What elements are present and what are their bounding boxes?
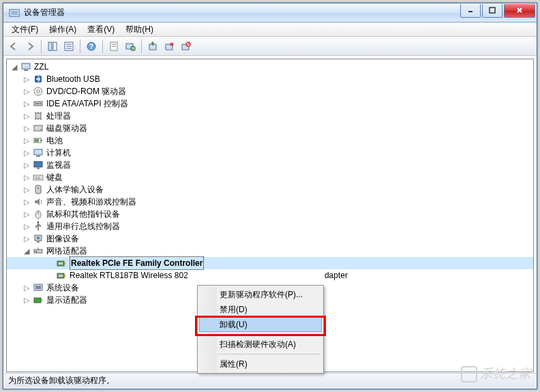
expand-icon[interactable]: ▷ bbox=[23, 150, 29, 156]
update-driver-button[interactable] bbox=[145, 39, 160, 54]
expand-icon[interactable]: ▷ bbox=[23, 162, 29, 168]
tree-category[interactable]: ▷声音、视频和游戏控制器 bbox=[7, 196, 533, 208]
svg-rect-67 bbox=[35, 251, 37, 252]
category-icon bbox=[33, 135, 44, 146]
tree-category[interactable]: ▷键盘 bbox=[7, 171, 533, 183]
expand-icon[interactable]: ▷ bbox=[23, 113, 29, 119]
network-adapter-icon bbox=[56, 258, 67, 269]
tree-category[interactable]: ▷电池 bbox=[7, 134, 533, 147]
menu-view[interactable]: 查看(V) bbox=[82, 22, 120, 37]
node-label: 通用串行总线控制器 bbox=[46, 220, 120, 232]
svg-rect-35 bbox=[40, 103, 41, 104]
expand-icon[interactable]: ▷ bbox=[23, 187, 29, 193]
svg-rect-47 bbox=[35, 139, 39, 142]
expand-icon[interactable]: ▷ bbox=[23, 236, 29, 242]
menu-item-label: 更新驱动程序软件(P)... bbox=[220, 289, 303, 301]
tree-device[interactable]: Realtek PCIe FE Family Controller bbox=[7, 257, 533, 269]
category-icon bbox=[33, 160, 44, 170]
tree-category[interactable]: ▷人体学输入设备 bbox=[7, 183, 533, 196]
maximize-button[interactable] bbox=[482, 4, 502, 18]
help-button[interactable]: ? bbox=[84, 39, 99, 54]
scan-hardware-button[interactable] bbox=[123, 39, 138, 54]
tree-category[interactable]: ▷监视器 bbox=[7, 159, 533, 171]
menu-file[interactable]: 文件(F) bbox=[6, 22, 44, 37]
nav-back-button[interactable] bbox=[6, 39, 21, 54]
toolbar-separator bbox=[80, 40, 80, 53]
node-label: 人体学输入设备 bbox=[46, 183, 104, 196]
window-title: 设备管理器 bbox=[24, 7, 459, 18]
show-hide-tree-button[interactable] bbox=[45, 39, 60, 54]
properties-button[interactable] bbox=[106, 39, 121, 54]
context-menu-item[interactable]: 属性(R) bbox=[199, 357, 322, 372]
menu-item-label: 属性(R) bbox=[220, 359, 247, 370]
expand-icon[interactable]: ▷ bbox=[23, 211, 29, 217]
svg-rect-54 bbox=[36, 177, 37, 177]
expand-icon[interactable]: ▷ bbox=[23, 297, 29, 303]
tree-category[interactable]: ▷DVD/CD-ROM 驱动器 bbox=[7, 85, 533, 97]
tree-category[interactable]: ▷Bluetooth USB bbox=[7, 73, 533, 85]
view-detail-button[interactable] bbox=[61, 39, 76, 54]
svg-rect-70 bbox=[59, 262, 63, 265]
category-icon bbox=[33, 147, 44, 158]
context-menu-item[interactable]: 卸载(U) bbox=[199, 317, 322, 332]
node-label: 监视器 bbox=[46, 159, 71, 171]
category-icon bbox=[33, 221, 44, 232]
node-label: DVD/CD-ROM 驱动器 bbox=[46, 85, 126, 97]
node-label: Realtek RTL8187B Wireless 802 bbox=[70, 269, 188, 282]
disable-button[interactable] bbox=[178, 39, 193, 54]
category-icon bbox=[33, 295, 44, 305]
collapse-icon[interactable]: ◢ bbox=[23, 248, 29, 254]
svg-rect-48 bbox=[34, 149, 42, 155]
svg-rect-57 bbox=[35, 178, 40, 179]
context-menu-item[interactable]: 更新驱动程序软件(P)... bbox=[199, 287, 322, 302]
minimize-button[interactable] bbox=[460, 4, 481, 18]
expand-icon[interactable]: ▷ bbox=[23, 285, 29, 291]
tree-device[interactable]: Realtek RTL8187B Wireless 802dapter bbox=[7, 269, 533, 282]
tree-category[interactable]: ◢网络适配器 bbox=[7, 245, 533, 257]
nav-forward-button[interactable] bbox=[22, 39, 38, 54]
svg-rect-56 bbox=[39, 177, 40, 177]
node-label: 显示适配器 bbox=[46, 294, 87, 306]
expand-icon[interactable]: ▷ bbox=[23, 199, 29, 205]
node-label: 系统设备 bbox=[46, 282, 79, 294]
expand-icon[interactable]: ▷ bbox=[23, 76, 29, 82]
expand-icon[interactable]: ▷ bbox=[23, 101, 29, 107]
svg-point-59 bbox=[38, 187, 39, 189]
svg-rect-6 bbox=[48, 42, 52, 50]
tree-category[interactable]: ▷图像设备 bbox=[7, 232, 533, 245]
uninstall-button[interactable] bbox=[162, 39, 177, 54]
app-icon bbox=[9, 8, 20, 18]
svg-rect-51 bbox=[37, 168, 40, 169]
context-menu-item[interactable]: 禁用(D) bbox=[199, 302, 322, 317]
expand-icon[interactable]: ▷ bbox=[23, 175, 29, 181]
tree-category[interactable]: ▷IDE ATA/ATAPI 控制器 bbox=[7, 97, 533, 110]
category-icon bbox=[33, 86, 44, 97]
tree-category[interactable]: ▷鼠标和其他指针设备 bbox=[7, 208, 533, 220]
node-label: 计算机 bbox=[46, 147, 71, 159]
menu-action[interactable]: 操作(A) bbox=[44, 22, 82, 37]
node-label: Bluetooth USB bbox=[46, 73, 100, 85]
svg-rect-1 bbox=[11, 11, 18, 15]
tree-category[interactable]: ▷处理器 bbox=[7, 110, 533, 122]
tree-root[interactable]: ◢ZZL bbox=[7, 61, 533, 73]
expand-icon[interactable]: ▷ bbox=[23, 89, 29, 95]
titlebar[interactable]: 设备管理器 bbox=[3, 3, 537, 22]
menu-help[interactable]: 帮助(H) bbox=[120, 22, 159, 37]
tree-category[interactable]: ▷磁盘驱动器 bbox=[7, 122, 533, 134]
close-button[interactable] bbox=[504, 4, 535, 18]
node-label: 电池 bbox=[46, 134, 63, 147]
svg-text:?: ? bbox=[89, 43, 93, 50]
menu-separator bbox=[218, 354, 320, 355]
category-icon bbox=[33, 98, 44, 109]
collapse-icon[interactable]: ◢ bbox=[11, 64, 17, 70]
expand-icon[interactable]: ▷ bbox=[23, 224, 29, 230]
context-menu-item[interactable]: 扫描检测硬件改动(A) bbox=[199, 337, 322, 352]
node-label: ZZL bbox=[34, 61, 48, 73]
tree-category[interactable]: ▷计算机 bbox=[7, 147, 533, 159]
category-icon bbox=[33, 123, 44, 134]
tree-category[interactable]: ▷通用串行总线控制器 bbox=[7, 220, 533, 232]
menu-separator bbox=[218, 334, 320, 335]
expand-icon[interactable]: ▷ bbox=[23, 125, 29, 132]
expand-icon[interactable]: ▷ bbox=[23, 138, 29, 144]
context-menu: 更新驱动程序软件(P)...禁用(D)卸载(U)扫描检测硬件改动(A)属性(R) bbox=[197, 285, 324, 374]
